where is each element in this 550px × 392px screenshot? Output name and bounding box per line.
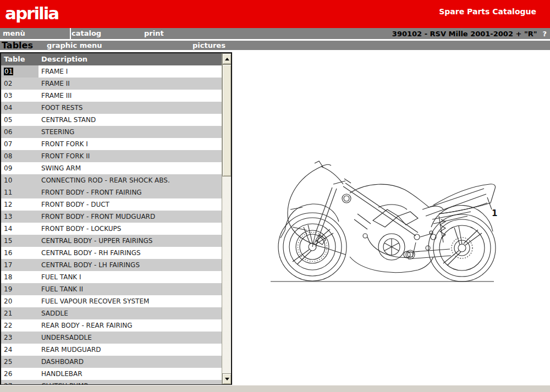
table-row[interactable]: 22REAR BODY - REAR FAIRING: [1, 319, 222, 332]
table-number-cell: 16: [1, 247, 38, 259]
table-row[interactable]: 27CLUTCH PUMP: [1, 380, 222, 384]
table-row[interactable]: 14FRONT BODY - LOCKUPS: [1, 223, 222, 235]
table-description-cell: FRONT BODY - FRONT FAIRING: [38, 186, 222, 198]
table-row[interactable]: 21SADDLE: [1, 307, 222, 319]
table-row[interactable]: 10CONNECTING ROD - REAR SHOCK ABS.: [1, 174, 222, 186]
up-arrow-icon: [225, 58, 229, 60]
callout-1-label: 1: [492, 208, 497, 218]
table-row[interactable]: 25DASHBOARD: [1, 356, 222, 368]
table-header: Table Description: [1, 53, 222, 65]
table-description-cell: HANDLEBAR: [38, 368, 222, 380]
menu-item-catalog[interactable]: catalog: [72, 28, 101, 39]
table-description-cell: FRONT BODY - FRONT MUDGUARD: [38, 211, 222, 223]
table-row[interactable]: 26HANDLEBAR: [1, 368, 222, 380]
table-number-cell: 06: [1, 126, 38, 138]
table-number-cell: 05: [1, 114, 38, 126]
table-description-cell: FRONT BODY - LOCKUPS: [38, 223, 222, 235]
table-row[interactable]: 02FRAME II: [1, 78, 222, 90]
table-description-cell: FRAME III: [38, 90, 222, 102]
table-description-cell: UNDERSADDLE: [38, 332, 222, 344]
table-row[interactable]: 12FRONT BODY - DUCT: [1, 198, 222, 211]
column-header-description: Description: [38, 53, 222, 65]
table-description-cell: STEERING: [38, 126, 222, 138]
table-description-cell: FRONT FORK II: [38, 150, 222, 162]
help-button[interactable]: ?: [542, 30, 547, 38]
table-number-cell: 22: [1, 319, 38, 332]
table-row[interactable]: 19FUEL TANK II: [1, 283, 222, 295]
table-description-cell: REAR BODY - REAR FAIRING: [38, 319, 222, 332]
drawing-panel: 1: [232, 52, 550, 385]
scroll-down-button[interactable]: [222, 373, 232, 384]
app-window: aprilia Spare Parts Catalogue menù catal…: [0, 0, 550, 392]
table-number-cell: 04: [1, 102, 38, 114]
table-row[interactable]: 23UNDERSADDLE: [1, 332, 222, 344]
table-row[interactable]: 01FRAME I: [1, 65, 222, 78]
table-row[interactable]: 09SWING ARM: [1, 162, 222, 174]
table-number-cell: 27: [1, 380, 38, 384]
motorcycle-drawing[interactable]: 1: [268, 154, 500, 284]
app-title: Spare Parts Catalogue: [439, 7, 536, 16]
table-number-cell: 11: [1, 186, 38, 198]
main-menubar: menù catalog print 390102 - RSV Mille 20…: [0, 28, 550, 39]
table-row[interactable]: 06STEERING: [1, 126, 222, 138]
top-banner: aprilia Spare Parts Catalogue: [0, 0, 550, 28]
table-row[interactable]: 24REAR MUDGUARD: [1, 344, 222, 356]
table-description-cell: FUEL TANK II: [38, 283, 222, 295]
table-row[interactable]: 08FRONT FORK II: [1, 150, 222, 162]
table-number-cell: 24: [1, 344, 38, 356]
tab-tables[interactable]: Tables: [2, 40, 33, 51]
table-number-cell: 23: [1, 332, 38, 344]
table-description-cell: CENTRAL STAND: [38, 114, 222, 126]
scroll-up-button[interactable]: [222, 53, 232, 64]
table-row[interactable]: 20FUEL VAPOUR RECOVER SYSTEM: [1, 295, 222, 307]
table-row[interactable]: 11FRONT BODY - FRONT FAIRING: [1, 186, 222, 198]
status-strip: [0, 385, 550, 392]
table-number-cell: 07: [1, 138, 38, 150]
table-row[interactable]: 13FRONT BODY - FRONT MUDGUARD: [1, 211, 222, 223]
table-row[interactable]: 18FUEL TANK I: [1, 271, 222, 283]
table-description-cell: CONNECTING ROD - REAR SHOCK ABS.: [38, 174, 222, 186]
menu-item-pictures[interactable]: pictures: [193, 41, 226, 50]
table-number-cell: 02: [1, 78, 38, 90]
table-number-cell: 19: [1, 283, 38, 295]
table-row[interactable]: 03FRAME III: [1, 90, 222, 102]
table-number-cell: 13: [1, 211, 38, 223]
table-description-cell: SWING ARM: [38, 162, 222, 174]
down-arrow-icon: [225, 378, 229, 380]
table-row[interactable]: 17CENTRAL BODY - LH FAIRINGS: [1, 259, 222, 271]
table-description-cell: DASHBOARD: [38, 356, 222, 368]
table-number-cell: 17: [1, 259, 38, 271]
table-number-cell: 14: [1, 223, 38, 235]
table-description-cell: REAR MUDGUARD: [38, 344, 222, 356]
table-description-cell: FUEL TANK I: [38, 271, 222, 283]
table-description-cell: FRAME I: [38, 65, 222, 78]
menu-item-graphic-menu[interactable]: graphic menu: [47, 41, 102, 50]
menu-item-menu[interactable]: menù: [3, 28, 25, 39]
menu-item-print[interactable]: print: [144, 28, 164, 39]
table-row[interactable]: 04FOOT RESTS: [1, 102, 222, 114]
table-row[interactable]: 05CENTRAL STAND: [1, 114, 222, 126]
table-description-cell: FRONT BODY - DUCT: [38, 198, 222, 211]
table-description-cell: FRONT FORK I: [38, 138, 222, 150]
table-number-cell: 09: [1, 162, 38, 174]
table-description-cell: CLUTCH PUMP: [38, 380, 222, 384]
table-description-cell: CENTRAL BODY - RH FAIRINGS: [38, 247, 222, 259]
rear-wheel-group: [428, 214, 496, 281]
table-rows: 01FRAME I02FRAME II03FRAME III04FOOT RES…: [1, 65, 222, 384]
table-number-cell: 26: [1, 368, 38, 380]
table-description-cell: FRAME II: [38, 78, 222, 90]
tables-list: Table Description 01FRAME I02FRAME II03F…: [0, 52, 232, 385]
table-description-cell: SADDLE: [38, 307, 222, 319]
table-row[interactable]: 16CENTRAL BODY - RH FAIRINGS: [1, 247, 222, 259]
table-description-cell: FOOT RESTS: [38, 102, 222, 114]
column-header-table: Table: [1, 53, 38, 65]
table-number-cell: 03: [1, 90, 38, 102]
table-number-cell: 12: [1, 198, 38, 211]
table-description-cell: CENTRAL BODY - UPPER FAIRINGS: [38, 235, 222, 247]
table-number-cell: 18: [1, 271, 38, 283]
table-row[interactable]: 15CENTRAL BODY - UPPER FAIRINGS: [1, 235, 222, 247]
scrollbar-thumb[interactable]: [222, 64, 232, 176]
table-number-cell: 21: [1, 307, 38, 319]
table-row[interactable]: 07FRONT FORK I: [1, 138, 222, 150]
secondary-menubar: Tables graphic menu pictures: [0, 41, 550, 50]
